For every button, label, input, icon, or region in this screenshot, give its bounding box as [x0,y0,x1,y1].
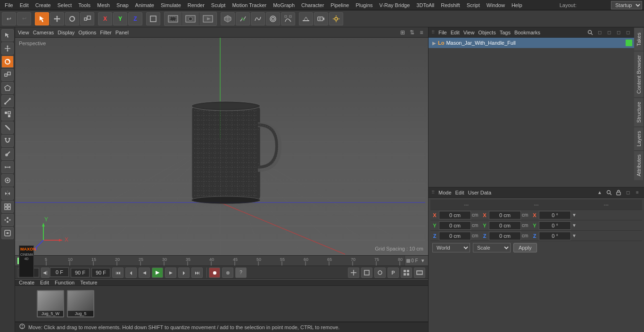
vp-menu-filter[interactable]: Filter [100,30,111,35]
attr-icon-up[interactable]: ▲ [596,189,603,196]
floor-button[interactable] [299,12,313,25]
attr-y-pos-input[interactable] [439,221,471,230]
render-region-button[interactable] [165,12,182,25]
menu-snap[interactable]: Snap [114,1,132,9]
menu-window[interactable]: Window [484,1,508,9]
om-menu-edit[interactable]: Edit [451,30,460,35]
transport-p-icon[interactable]: P [388,267,399,278]
lt-move-button[interactable] [1,42,14,55]
menu-mograph[interactable]: MoGraph [270,1,297,9]
content-browser-tab[interactable]: Content Browser [634,51,644,97]
om-menu-bookmarks[interactable]: Bookmarks [514,30,540,35]
menu-render[interactable]: Render [185,1,207,9]
om-menu-objects[interactable]: Objects [478,30,495,35]
lt-paint-button[interactable] [1,148,14,160]
lt-select-button[interactable] [1,29,14,41]
cube-button[interactable] [221,12,235,25]
attributes-side-tab[interactable]: Attributes [634,150,644,180]
menu-script[interactable]: Script [464,1,483,9]
lt-measure-button[interactable] [1,161,14,173]
z-axis-button[interactable]: Z [128,12,142,25]
viewport-canvas[interactable]: X Y Z Grid Spacing : 10 cm [15,38,428,255]
prev-marker-btn[interactable]: ◀| [41,267,50,278]
attr-x-rot-input[interactable] [539,211,571,219]
vp-menu-options[interactable]: Options [78,30,96,35]
undo-button[interactable]: ↩ [2,12,16,25]
scale-dropdown[interactable]: Scale [473,243,511,252]
transport-film-icon[interactable] [414,267,425,278]
menu-vray[interactable]: V-Ray Bridge [377,1,413,9]
rotate-mode-button[interactable] [65,12,79,25]
attr-z-rot-input[interactable] [539,232,571,240]
transport-prev-btn[interactable]: ⏴ [125,267,137,278]
vp-menu-view[interactable]: View [18,30,29,35]
redo-button[interactable]: ↩ [17,12,31,25]
lt-symmetry-button[interactable] [1,187,14,200]
menu-file[interactable]: File [2,1,16,9]
mat-menu-texture[interactable]: Texture [80,280,97,285]
viewport[interactable]: View Cameras Display Options Filter Pane… [15,27,428,256]
om-expand-icon[interactable]: ▶ [432,40,436,46]
lt-knife-button[interactable] [1,121,14,134]
lt-misc-button[interactable] [1,214,14,226]
menu-edit[interactable]: Edit [17,1,32,9]
attr-z-pos-input[interactable] [439,232,471,240]
menu-sculpt[interactable]: Sculpt [208,1,229,9]
nurbs-button[interactable] [266,12,280,25]
move-mode-button[interactable] [50,12,64,25]
x-axis-button[interactable]: X [98,12,112,25]
material-swatch-1[interactable]: Jug_5_W [37,290,64,317]
mat-menu-function[interactable]: Function [55,280,74,285]
om-icon-2[interactable]: ◻ [605,29,613,36]
lt-edge-button[interactable] [1,95,14,107]
attr-icon-4[interactable]: ≡ [634,189,641,196]
menu-pipeline[interactable]: Pipeline [328,1,352,9]
deform-button[interactable] [281,12,295,25]
attr-z-size-input[interactable] [489,232,521,240]
transport-help-btn[interactable]: ? [235,267,247,278]
om-menu-tags[interactable]: Tags [500,30,511,35]
timeline-expand-icon[interactable]: ▼ [419,257,427,265]
attr-y-rot-input[interactable] [539,221,571,230]
om-menu-view[interactable]: View [463,30,475,35]
camera-button[interactable] [314,12,328,25]
om-icon-3[interactable]: ◻ [615,29,622,36]
layers-tab[interactable]: Layers [634,127,644,150]
light-button[interactable] [329,12,343,25]
transport-record-btn[interactable]: ⏺ [209,267,220,278]
om-icon-4[interactable]: ◻ [624,29,632,36]
om-menu-file[interactable]: File [438,30,447,35]
current-frame-input[interactable] [50,267,69,277]
scale-mode-button[interactable] [80,12,94,25]
viewport-maximize-icon[interactable]: ⊞ [399,29,406,36]
attr-y-size-input[interactable] [489,221,521,230]
render-scene-button[interactable] [199,12,216,25]
lt-extra-button[interactable] [1,227,14,239]
lt-polygon-button[interactable] [1,82,14,94]
menu-mesh[interactable]: Mesh [94,1,113,9]
world-dropdown[interactable]: World Object [432,243,470,252]
menu-character[interactable]: Character [298,1,327,9]
menu-motion-tracker[interactable]: Motion Tracker [229,1,269,9]
attr-lock-icon[interactable] [615,189,622,196]
structure-tab[interactable]: Structure [634,97,644,127]
lt-magnet-button[interactable] [1,135,14,147]
lt-scale-button[interactable] [1,69,14,81]
attr-menu-userdata[interactable]: User Data [468,190,492,195]
viewport-camera-icon[interactable]: ⇅ [408,29,416,36]
vp-menu-cameras[interactable]: Cameras [33,30,54,35]
menu-create[interactable]: Create [33,1,54,9]
transport-play-btn[interactable]: ▶ [152,267,163,278]
attr-icon-3[interactable]: ◻ [624,189,632,196]
om-object-row[interactable]: ▶ Lo Mason_Jar_With_Handle_Full ✕ [429,38,644,48]
transport-grid-icon[interactable] [401,267,412,278]
layout-select[interactable]: Startup [611,1,642,9]
end-frame-input[interactable] [71,268,90,277]
select-mode-button[interactable] [35,12,49,25]
attr-x-pos-input[interactable] [439,211,471,219]
mat-menu-create[interactable]: Create [19,280,34,285]
menu-simulate[interactable]: Simulate [158,1,184,9]
transport-move-icon[interactable] [348,267,359,278]
menu-3dtoall[interactable]: 3DToAll [413,1,437,9]
om-object-color[interactable] [626,40,632,46]
